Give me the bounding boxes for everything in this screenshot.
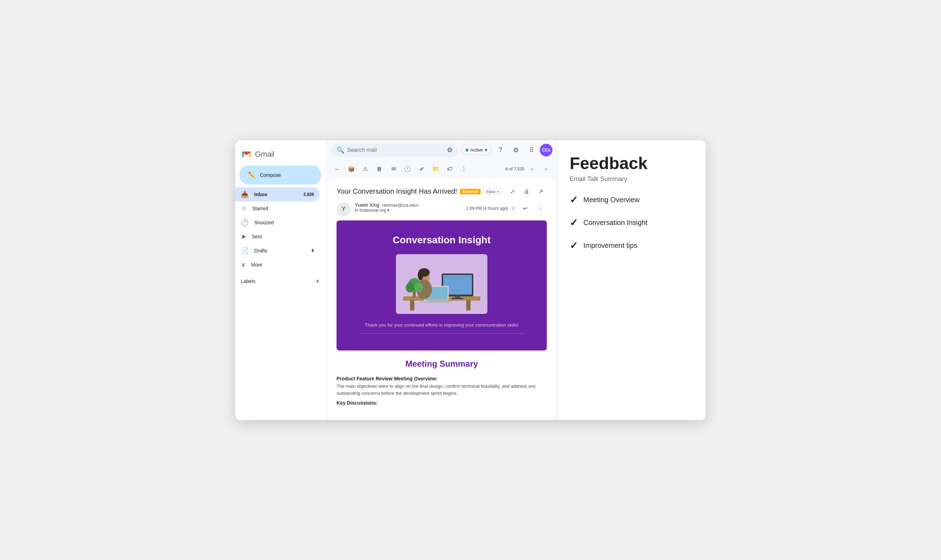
sidebar-item-starred[interactable]: ☆ Starred <box>235 202 320 215</box>
sent-icon: ➤ <box>241 233 246 240</box>
search-bar: 🔍 ⚙ <box>331 143 458 157</box>
star-button[interactable]: ☆ <box>511 205 516 212</box>
help-icon: ? <box>499 146 502 154</box>
more-actions-button[interactable]: ⋮ <box>457 163 470 175</box>
status-label: Active <box>470 147 483 152</box>
reply-button[interactable]: ↩ <box>519 202 531 215</box>
svg-point-19 <box>406 283 414 292</box>
svg-point-20 <box>414 283 423 292</box>
email-body: Conversation Insight <box>328 220 555 414</box>
expand-button[interactable]: ⤢ <box>506 185 519 198</box>
delete-button[interactable]: 🗑 <box>373 163 386 175</box>
move-button[interactable]: 📁 <box>430 163 442 175</box>
banner-image <box>396 254 487 314</box>
email-subject: Your Conversation Insight Has Arrived! <box>337 188 457 195</box>
meeting-summary: Meeting Summary Product Feature Review M… <box>337 351 547 406</box>
settings-button[interactable]: ⚙ <box>509 143 523 157</box>
feedback-item-label-3: Improvement tips <box>584 242 637 249</box>
gmail-logo-icon <box>241 149 252 160</box>
check-icon-2: ✓ <box>570 217 578 229</box>
task-icon: ✔ <box>419 166 424 172</box>
feedback-title: Feedback <box>570 154 695 173</box>
label-button[interactable]: 🏷 <box>444 163 456 175</box>
chevron-down-icon: ▾ <box>485 147 487 152</box>
drafts-icon: 📄 <box>241 247 249 254</box>
gmail-logo: Gmail <box>235 146 325 166</box>
feedback-item-improvement-tips: ✓ Improvement tips <box>570 240 695 251</box>
snooze-button[interactable]: 🕐 <box>401 163 414 175</box>
status-button[interactable]: Active ▾ <box>461 145 492 155</box>
filter-icon[interactable]: ⚙ <box>447 146 453 154</box>
search-icon: 🔍 <box>337 146 344 154</box>
prev-email-button[interactable]: ‹ <box>526 163 538 175</box>
sender-email: <emmax@cca.edu> <box>381 203 419 208</box>
sender-avatar: Y <box>337 202 351 216</box>
tag-close-icon[interactable]: × <box>497 189 499 194</box>
archive-button[interactable]: 📦 <box>345 163 357 175</box>
next-email-button[interactable]: › <box>540 163 553 175</box>
sidebar: Gmail ✏️ Compose 📥 Inbox 2,826 ☆ Starred… <box>235 140 325 420</box>
labels-section: Labels + <box>235 272 325 288</box>
email-header: Your Conversation Insight Has Arrived! E… <box>328 178 555 202</box>
svg-rect-16 <box>430 298 449 301</box>
dropdown-icon[interactable]: ▾ <box>387 208 389 213</box>
sender-meta: 1:09 PM (4 hours ago) ☆ ↩ ⋮ <box>466 202 547 215</box>
reply-icon: ↩ <box>523 205 527 212</box>
email-content: Your Conversation Insight Has Arrived! E… <box>328 178 555 417</box>
more-button[interactable]: ⋮ <box>534 202 547 215</box>
apps-icon: ⠿ <box>529 146 534 154</box>
compose-label: Compose <box>260 172 281 178</box>
help-button[interactable]: ? <box>493 143 507 157</box>
more-icon: ∨ <box>241 261 245 269</box>
sender-name: Yuwei Xing <box>355 202 379 208</box>
print-button[interactable]: 🖨 <box>520 185 533 198</box>
snooze-icon: 🕐 <box>404 166 411 172</box>
avatar[interactable]: CCa <box>540 144 553 157</box>
check-icon-1: ✓ <box>570 194 578 206</box>
feedback-item-conversation-insight: ✓ Conversation Insight <box>570 217 695 229</box>
drafts-badge: 6 <box>311 248 314 253</box>
label-icon: 🏷 <box>447 166 453 172</box>
feedback-item-meeting-overview: ✓ Meeting Overview <box>570 194 695 206</box>
inbox-icon: 📥 <box>241 191 249 198</box>
meeting-overview-label: Product Feature Review Meeting Overview: <box>337 376 547 382</box>
trash-icon: 🗑 <box>377 166 382 172</box>
feedback-subtitle: Email Talk Summary <box>570 175 695 183</box>
gmail-logo-text: Gmail <box>255 150 274 159</box>
sidebar-item-more[interactable]: ∨ More <box>235 258 320 272</box>
sidebar-item-drafts[interactable]: 📄 Drafts 6 <box>235 244 320 258</box>
compose-button[interactable]: ✏️ Compose <box>239 166 321 185</box>
app-window: Gmail ✏️ Compose 📥 Inbox 2,826 ☆ Starred… <box>235 140 706 420</box>
starred-icon: ☆ <box>241 205 246 212</box>
open-icon: ↗ <box>538 188 543 195</box>
top-bar-actions: Active ▾ ? ⚙ ⠿ CCa <box>461 143 553 157</box>
status-dot <box>465 149 468 152</box>
snoozed-label: Snoozed <box>254 220 314 225</box>
banner-divider <box>359 333 524 334</box>
archive-icon: 📦 <box>348 166 355 172</box>
more-actions-icon: ⋮ <box>461 166 467 172</box>
banner-subtitle: Thank you for your continued efforts in … <box>345 322 538 328</box>
add-to-tasks-button[interactable]: ✔ <box>415 163 428 175</box>
svg-point-14 <box>418 270 424 280</box>
open-in-new-button[interactable]: ↗ <box>534 185 547 198</box>
sidebar-item-sent[interactable]: ➤ Sent <box>235 229 320 244</box>
check-icon-3: ✓ <box>570 240 578 251</box>
search-input[interactable] <box>347 147 444 153</box>
more-label: More <box>251 262 314 268</box>
compose-icon: ✏️ <box>248 171 256 179</box>
prev-icon: ‹ <box>531 166 533 172</box>
labels-add-button[interactable]: + <box>316 277 320 285</box>
report-spam-button[interactable]: ⚠ <box>359 163 372 175</box>
email-sender-row: Y Yuwei Xing <emmax@cca.edu> to instance… <box>328 202 555 220</box>
back-icon: ← <box>334 166 340 172</box>
back-button[interactable]: ← <box>331 163 343 175</box>
email-time: 1:09 PM (4 hours ago) <box>466 206 508 211</box>
key-discussions-label: Key Discussions: <box>337 400 547 406</box>
meeting-overview-text: The main objectives were to align on the… <box>337 383 547 398</box>
email-toolbar: ← 📦 ⚠ 🗑 ✉ 🕐 ✔ 📁 🏷 <box>325 160 558 178</box>
sidebar-item-snoozed[interactable]: 🕐 Snoozed <box>235 215 320 229</box>
sidebar-item-inbox[interactable]: 📥 Inbox 2,826 <box>235 188 320 202</box>
mark-unread-button[interactable]: ✉ <box>387 163 400 175</box>
apps-button[interactable]: ⠿ <box>524 143 538 157</box>
